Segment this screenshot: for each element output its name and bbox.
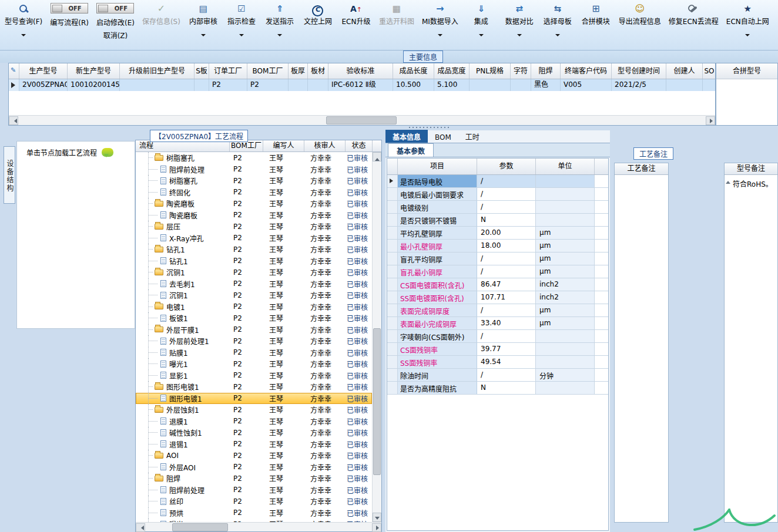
params-row[interactable]: 字唛朝向(CS面朝外) / <box>387 330 608 343</box>
tree-row[interactable]: 丝印 P2 王琴 方幸幸 已审核 <box>136 496 372 507</box>
column-header[interactable]: 成品宽度 <box>434 63 470 79</box>
tree-row[interactable]: 阻焊前处理 P2 王琴 方幸幸 已审核 <box>136 164 372 176</box>
column-header[interactable]: 生产型号 <box>19 63 68 79</box>
toolbar-button[interactable]: 选择母板 <box>542 3 573 39</box>
toolbar-button[interactable]: 修复ECN丢流程 <box>669 3 719 29</box>
toolbar-sub-button[interactable]: 取消(Z) <box>103 30 128 40</box>
tree-row[interactable]: 板镀1 P2 王琴 方幸幸 已审核 <box>136 312 372 324</box>
column-header[interactable]: PNL规格 <box>470 63 511 79</box>
chevron-down-icon[interactable] <box>438 34 442 39</box>
params-row[interactable]: SS面电镀面积(含孔) 107.71 inch2 <box>387 291 608 304</box>
params-row[interactable]: 盲孔平均铜厚 / μm <box>387 252 608 265</box>
column-header-merge-model[interactable]: 合拼型号 <box>716 63 777 79</box>
toolbar-button[interactable]: 重选开料图 <box>379 3 414 29</box>
param-value[interactable]: / <box>477 265 536 278</box>
column-header[interactable]: 新生产型号 <box>68 63 120 79</box>
toolbar-button[interactable]: ECN升级 <box>341 3 371 29</box>
scrollbar-thumb[interactable] <box>373 328 381 475</box>
tree-row[interactable]: 贴膜1 P2 王琴 方幸幸 已审核 <box>136 347 372 359</box>
main-grid-hscrollbar[interactable] <box>9 115 715 125</box>
params-row[interactable]: 电镀后最小面铜要求 / <box>387 188 608 201</box>
column-header[interactable]: 字符 <box>511 63 531 79</box>
param-value[interactable]: 49.54 <box>477 356 536 368</box>
tree-row[interactable]: 预烘 P2 王琴 方幸幸 已审核 <box>136 507 372 519</box>
detail-tab[interactable]: 工时 <box>458 130 487 143</box>
toolbar-button[interactable]: 导出流程信息 <box>619 3 661 29</box>
tab-basic-params[interactable]: 基本参数 <box>388 143 434 157</box>
toolbar-button[interactable]: 合拼模块 <box>581 3 611 29</box>
param-value[interactable]: 33.40 <box>477 317 536 329</box>
column-header[interactable]: 板材 <box>308 63 328 79</box>
tree-row[interactable]: 阻焊 P2 王琴 方幸幸 已审核 <box>136 473 372 484</box>
param-value[interactable]: 18.00 <box>477 240 536 252</box>
column-header[interactable]: 型号创建时间 <box>612 63 666 79</box>
params-row[interactable]: 除油时间 / 分钟 <box>387 369 608 382</box>
table-row-selected[interactable]: 2V005ZPNA0 10010200145963 P2 P2 IPC-6012… <box>9 79 715 91</box>
scroll-down-icon[interactable] <box>373 513 381 522</box>
tree-row[interactable]: 层压 P2 王琴 方幸幸 已审核 <box>136 221 372 233</box>
column-header[interactable]: 板厚 <box>289 63 308 79</box>
scroll-up-icon[interactable] <box>725 177 731 183</box>
tree-row[interactable]: AOI P2 王琴 方幸幸 已审核 <box>136 450 372 462</box>
tree-column-header[interactable]: 编写人 <box>263 140 304 151</box>
params-row[interactable]: 是否贴导电胶 / <box>387 175 608 188</box>
params-column-header-value[interactable]: 参数 <box>477 159 536 174</box>
chevron-down-icon[interactable] <box>517 34 522 39</box>
chevron-down-icon[interactable] <box>21 34 26 39</box>
tree-row[interactable]: 图形电镀1 P2 王琴 方幸幸 已审核 <box>136 393 372 405</box>
chevron-down-icon[interactable] <box>201 34 206 39</box>
scroll-right-icon[interactable] <box>706 116 715 125</box>
tree-row[interactable]: 树脂塞孔 P2 王琴 方幸幸 已审核 <box>136 152 372 164</box>
param-value[interactable]: 20.00 <box>477 227 536 239</box>
tree-row[interactable]: 钻孔1 P2 王琴 方幸幸 已审核 <box>136 255 372 267</box>
tree-row[interactable]: 外层干膜1 P2 王琴 方幸幸 已审核 <box>136 324 372 336</box>
tree-row[interactable]: 陶瓷磨板 P2 王琴 方幸幸 已审核 <box>136 210 372 221</box>
tree-row[interactable]: 去毛刺1 P2 王琴 方幸幸 已审核 <box>136 278 372 290</box>
toolbar-button[interactable]: OFF 编写流程(R) <box>50 3 89 30</box>
tree-column-header[interactable]: 核审人 <box>304 140 346 151</box>
params-row[interactable]: 平均孔壁铜厚 20.00 μm <box>387 227 608 240</box>
param-value[interactable]: / <box>477 252 536 265</box>
toolbar-button[interactable]: 集成 <box>466 3 497 39</box>
scroll-up-icon[interactable] <box>373 152 381 161</box>
param-value[interactable]: N <box>477 382 536 394</box>
tree-row[interactable]: 钻孔1 P2 王琴 方幸幸 已审核 <box>136 244 372 255</box>
params-row[interactable]: 最小孔壁铜厚 18.00 μm <box>387 240 608 252</box>
param-value[interactable]: 39.77 <box>477 343 536 355</box>
tree-row[interactable]: 外层蚀刻1 P2 王琴 方幸幸 已审核 <box>136 404 372 416</box>
off-toggle[interactable]: OFF <box>96 3 134 14</box>
param-value[interactable]: 107.71 <box>477 291 536 304</box>
off-toggle[interactable]: OFF <box>51 3 88 14</box>
load-flow-hint[interactable]: 单击节点加载工艺流程 <box>17 142 135 160</box>
toolbar-button[interactable]: 型号查询(F) <box>5 3 42 39</box>
chevron-down-icon[interactable] <box>239 34 244 39</box>
param-value[interactable]: / <box>477 330 536 342</box>
tree-row[interactable]: 曝光1 P2 王琴 方幸幸 已审核 <box>136 358 372 370</box>
tab-device-structure[interactable]: 设备结构 <box>4 146 15 204</box>
chevron-down-icon[interactable] <box>555 34 560 39</box>
tree-row[interactable]: 沉铜1 P2 王琴 方幸幸 已审核 <box>136 289 372 301</box>
chevron-down-icon[interactable] <box>479 34 484 39</box>
column-header[interactable]: BOM工厂 <box>247 63 289 79</box>
param-value[interactable]: / <box>477 304 536 316</box>
toolbar-button[interactable]: 文控上网 <box>303 3 333 29</box>
params-row[interactable]: 表面最小完成铜厚 33.40 μm <box>387 317 608 330</box>
params-row[interactable]: 盲孔最小铜厚 / μm <box>387 265 608 278</box>
tree-row[interactable]: 陶瓷磨板 P2 王琴 方幸幸 已审核 <box>136 198 372 210</box>
column-header[interactable]: 成品长度 <box>393 63 434 79</box>
scroll-left-icon[interactable] <box>136 523 145 532</box>
tree-row[interactable]: 电镀1 P2 王琴 方幸幸 已审核 <box>136 301 372 313</box>
tree-row[interactable]: 外层AOI P2 王琴 方幸幸 已审核 <box>136 462 372 473</box>
params-row[interactable]: CS面残铜率 39.77 <box>387 343 608 356</box>
param-value[interactable]: 86.47 <box>477 278 536 291</box>
param-value[interactable]: N <box>477 214 536 226</box>
tree-row[interactable]: 树脂塞孔 P2 王琴 方幸幸 已审核 <box>136 175 372 187</box>
params-row[interactable]: 是否只镀铜不镀锡 N <box>387 214 608 227</box>
detail-tab[interactable]: BOM <box>428 132 458 143</box>
tree-row[interactable]: 终固化 P2 王琴 方幸幸 已审核 <box>136 187 372 198</box>
tree-row[interactable]: 显影1 P2 王琴 方幸幸 已审核 <box>136 370 372 382</box>
tree-row[interactable]: 碱性蚀刻1 P2 王琴 方幸幸 已审核 <box>136 427 372 439</box>
toolbar-button[interactable]: 数据对比 <box>504 3 535 39</box>
toolbar-button[interactable]: MI数据导入 <box>422 3 458 39</box>
column-header[interactable]: 验收标准 <box>328 63 393 79</box>
